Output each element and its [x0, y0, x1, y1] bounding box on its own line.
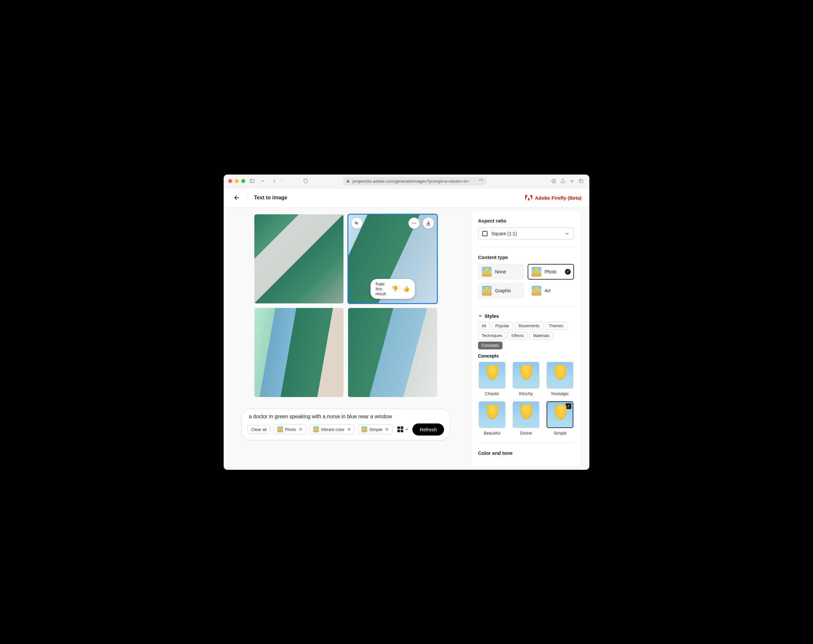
new-tab-icon[interactable]: [568, 177, 576, 185]
layout-selector[interactable]: [397, 427, 409, 432]
remove-chip-icon[interactable]: ✕: [347, 427, 351, 432]
balloon-thumb-icon: [313, 427, 319, 432]
balloon-thumb-icon: [532, 267, 541, 277]
url-bar[interactable]: projectclio.adobe.com/generate/images?pr…: [343, 177, 486, 185]
style-tag-row: All Popular Movements Themes Techniques …: [478, 322, 574, 349]
sidebar-toggle-icon[interactable]: [249, 177, 256, 185]
results-grid: Rate this result 👎 👍: [255, 214, 437, 397]
divider: [478, 306, 574, 306]
page-title: Text to image: [254, 195, 287, 200]
color-tone-heading: Color and tone: [478, 450, 574, 456]
content-type-photo[interactable]: Photo ✓: [528, 264, 574, 280]
rate-label: Rate this result: [376, 281, 387, 296]
lock-icon: [346, 179, 350, 183]
aspect-ratio-value: Square (1:1): [491, 231, 517, 236]
reload-icon[interactable]: [479, 179, 483, 184]
download-image-icon[interactable]: [423, 217, 434, 229]
filter-chip-vibrant[interactable]: Vibrant color ✕: [310, 424, 355, 434]
app-header: Text to image Adobe Firefly (Beta): [224, 188, 589, 208]
balloon-thumb-icon: [512, 401, 539, 428]
minimize-window-button[interactable]: [235, 179, 239, 183]
remove-chip-icon[interactable]: ✕: [299, 427, 303, 432]
concepts-heading: Concepts: [478, 353, 574, 358]
prompt-input[interactable]: a doctor in green speaking with a nurse …: [247, 414, 444, 419]
main-panel: Rate this result 👎 👍 a doctor in green s…: [224, 208, 468, 470]
nav-forward-button[interactable]: [279, 177, 286, 185]
browser-chrome: projectclio.adobe.com/generate/images?pr…: [224, 174, 589, 188]
divider: [478, 247, 574, 247]
concept-beautiful[interactable]: Beautiful: [478, 401, 506, 436]
concept-divine[interactable]: Divine: [512, 401, 540, 436]
style-tag[interactable]: All: [478, 322, 490, 330]
check-icon: ✓: [566, 403, 571, 409]
result-tile[interactable]: [255, 214, 344, 303]
tabs-icon[interactable]: [578, 177, 585, 185]
prompt-bar: a doctor in green speaking with a nurse …: [241, 409, 450, 441]
aspect-ratio-select[interactable]: Square (1:1): [478, 227, 574, 240]
refresh-button[interactable]: Refresh: [413, 424, 444, 436]
clear-all-button[interactable]: Clear all: [247, 425, 270, 434]
filter-chip-photo[interactable]: Photo ✕: [274, 424, 306, 434]
chevron-down-icon: [564, 231, 570, 236]
balloon-thumb-icon: [512, 362, 539, 389]
download-icon[interactable]: [550, 177, 557, 185]
balloon-thumb-icon: [482, 286, 492, 295]
style-tag[interactable]: Concepts: [478, 341, 503, 349]
content-type-graphic[interactable]: Graphic: [478, 283, 525, 298]
style-tag[interactable]: Themes: [545, 322, 567, 330]
maximize-window-button[interactable]: [241, 179, 245, 183]
chevron-down-icon: [478, 314, 483, 318]
content-type-heading: Content type: [478, 254, 574, 260]
grid-icon: [397, 427, 403, 432]
shield-icon[interactable]: [302, 177, 309, 185]
variations-icon[interactable]: [351, 217, 362, 229]
svg-point-9: [412, 222, 413, 223]
style-tag[interactable]: Popular: [492, 322, 513, 330]
chevron-down-icon[interactable]: [259, 177, 266, 185]
thumbs-up-icon[interactable]: 👍: [403, 286, 410, 292]
chevron-down-icon: [405, 427, 409, 431]
share-icon[interactable]: [559, 177, 566, 185]
more-options-icon[interactable]: [408, 217, 420, 229]
style-tag[interactable]: Techniques: [478, 332, 506, 340]
svg-point-11: [415, 222, 416, 223]
concept-kitschy[interactable]: Kitschy: [512, 362, 540, 396]
balloon-thumb-icon: ✓: [546, 401, 573, 428]
square-icon: [482, 231, 488, 236]
style-tag[interactable]: Materials: [529, 332, 553, 340]
thumbs-down-icon[interactable]: 👎: [391, 286, 398, 292]
balloon-thumb-icon: [482, 267, 492, 277]
generated-image: [348, 308, 437, 397]
balloon-thumb-icon: [362, 427, 367, 432]
concept-nostalgic[interactable]: Nostalgic: [546, 362, 574, 396]
concepts-grid: Chaotic Kitschy Nostalgic Beautiful: [478, 362, 574, 436]
concept-chaotic[interactable]: Chaotic: [478, 362, 506, 396]
aspect-ratio-section: Aspect ratio Square (1:1): [478, 218, 574, 240]
styles-heading[interactable]: Styles: [478, 313, 574, 319]
balloon-thumb-icon: [546, 362, 573, 389]
style-tag[interactable]: Movements: [515, 322, 543, 330]
remove-chip-icon[interactable]: ✕: [385, 427, 389, 432]
svg-point-10: [414, 222, 414, 223]
result-tile[interactable]: [255, 308, 344, 397]
filter-chip-simple[interactable]: Simple ✕: [358, 424, 393, 434]
brand[interactable]: Adobe Firefly (Beta): [525, 195, 581, 200]
url-text: projectclio.adobe.com/generate/images?pr…: [353, 179, 469, 184]
concept-simple[interactable]: ✓ Simple: [546, 401, 574, 436]
balloon-thumb-icon: [532, 286, 541, 295]
result-tile[interactable]: [348, 308, 437, 397]
close-window-button[interactable]: [228, 179, 232, 183]
style-tag[interactable]: Effects: [508, 332, 527, 340]
aspect-ratio-heading: Aspect ratio: [478, 218, 574, 223]
brand-text: Adobe Firefly (Beta): [535, 195, 581, 200]
nav-back-button[interactable]: [271, 177, 278, 185]
balloon-thumb-icon: [479, 362, 505, 389]
browser-window: projectclio.adobe.com/generate/images?pr…: [224, 174, 589, 470]
svg-rect-7: [580, 180, 583, 183]
result-tile[interactable]: Rate this result 👎 👍: [348, 214, 437, 303]
content-type-none[interactable]: None: [478, 264, 525, 280]
content-type-art[interactable]: Art: [528, 283, 574, 298]
svg-rect-0: [250, 179, 254, 183]
back-button[interactable]: [232, 193, 242, 203]
content-type-section: Content type None Photo ✓ Graphic: [478, 254, 574, 298]
